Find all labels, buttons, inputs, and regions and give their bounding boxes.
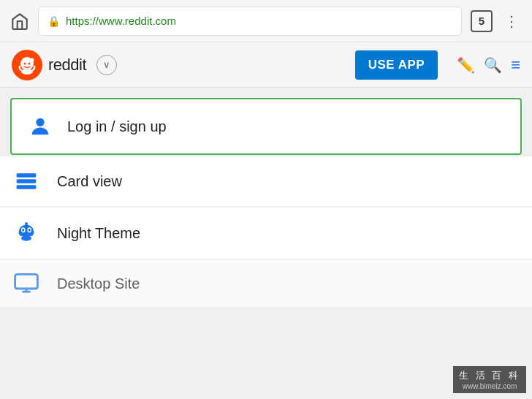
- reddit-site-name: reddit: [48, 56, 86, 75]
- reddit-header: reddit ∨ USE APP ✏️ 🔍 ≡: [0, 42, 532, 88]
- svg-rect-18: [15, 274, 38, 289]
- svg-point-14: [28, 229, 31, 232]
- night-theme-item[interactable]: Night Theme: [0, 208, 532, 259]
- url-bar[interactable]: 🔒 https://www.reddit.com: [38, 7, 462, 36]
- card-view-icon: [10, 170, 42, 193]
- svg-point-16: [25, 222, 28, 225]
- svg-point-3: [24, 62, 26, 64]
- browser-menu-button[interactable]: ⋮: [501, 12, 522, 30]
- svg-point-4: [28, 62, 31, 64]
- desktop-site-item[interactable]: Desktop Site: [0, 260, 532, 307]
- login-text: Log in / sign up: [67, 118, 167, 135]
- svg-rect-7: [17, 173, 37, 177]
- login-signup-row[interactable]: Log in / sign up: [10, 98, 522, 155]
- search-icon[interactable]: 🔍: [484, 56, 502, 74]
- svg-point-1: [31, 58, 34, 61]
- url-text: https://www.reddit.com: [66, 15, 176, 27]
- svg-point-15: [21, 236, 31, 241]
- menu-content: Log in / sign up Card view: [0, 98, 532, 307]
- svg-point-13: [22, 229, 24, 232]
- home-button[interactable]: [10, 12, 29, 31]
- svg-point-5: [21, 69, 33, 75]
- tab-count-badge[interactable]: 5: [471, 10, 493, 32]
- reddit-logo-wrap[interactable]: reddit ∨: [12, 50, 117, 80]
- reddit-snoo-icon: [12, 50, 42, 80]
- night-theme-label: Night Theme: [57, 225, 140, 242]
- watermark-top-text: 生 活 百 科: [459, 369, 520, 382]
- user-avatar-icon: [26, 113, 54, 140]
- browser-chrome: 🔒 https://www.reddit.com 5 ⋮: [0, 0, 532, 42]
- svg-rect-9: [17, 185, 37, 189]
- svg-point-6: [36, 118, 44, 126]
- card-view-label: Card view: [57, 173, 122, 190]
- lock-icon: 🔒: [48, 15, 60, 27]
- desktop-site-icon: [10, 273, 42, 294]
- card-view-item[interactable]: Card view: [0, 156, 532, 206]
- edit-icon[interactable]: ✏️: [457, 56, 475, 74]
- dropdown-chevron-icon[interactable]: ∨: [96, 55, 117, 75]
- hamburger-menu-icon[interactable]: ≡: [511, 56, 520, 75]
- desktop-site-label: Desktop Site: [57, 276, 140, 292]
- use-app-button[interactable]: USE APP: [355, 50, 438, 80]
- watermark-url-text: www.bimeiz.com: [463, 382, 517, 390]
- svg-rect-8: [17, 179, 37, 183]
- night-theme-icon: [10, 221, 42, 246]
- watermark: 生 活 百 科 www.bimeiz.com: [453, 366, 526, 393]
